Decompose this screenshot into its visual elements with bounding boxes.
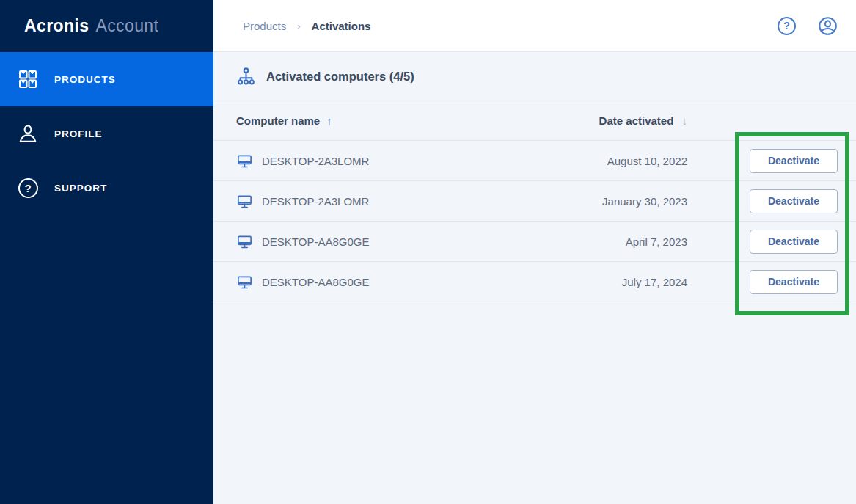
monitor-icon xyxy=(236,193,253,210)
page-title: Activated computers (4/5) xyxy=(266,70,414,84)
breadcrumb-products-link[interactable]: Products xyxy=(243,20,286,32)
deactivate-button[interactable]: Deactivate xyxy=(750,149,838,173)
action-cell: Deactivate xyxy=(687,230,856,254)
computers-tree-icon xyxy=(236,67,256,87)
action-cell: Deactivate xyxy=(687,270,856,294)
column-label: Date activated xyxy=(599,114,674,127)
breadcrumb-current-page: Activations xyxy=(312,20,371,32)
monitor-icon xyxy=(236,233,253,250)
sidebar: Acronis Account PRODUCTS PROFILE xyxy=(0,0,213,504)
breadcrumb: Products › Activations xyxy=(243,20,778,32)
date-activated-cell: July 17, 2024 xyxy=(541,276,687,288)
sidebar-item-support[interactable]: ? SUPPORT xyxy=(0,161,213,215)
computer-name: DESKTOP-2A3LOMR xyxy=(262,155,369,167)
section-header: Activated computers (4/5) xyxy=(213,52,856,101)
deactivate-button[interactable]: Deactivate xyxy=(750,189,838,213)
sidebar-item-profile[interactable]: PROFILE xyxy=(0,106,213,161)
sidebar-item-products[interactable]: PRODUCTS xyxy=(0,52,213,106)
computer-name-cell: DESKTOP-AA8G0GE xyxy=(213,233,541,250)
computer-name: DESKTOP-AA8G0GE xyxy=(262,276,369,288)
computer-name-cell: DESKTOP-AA8G0GE xyxy=(213,274,541,291)
sort-ascending-icon[interactable]: ↑ xyxy=(326,114,332,127)
action-cell: Deactivate xyxy=(687,189,856,213)
sidebar-item-label: SUPPORT xyxy=(54,183,107,194)
question-glyph: ? xyxy=(783,20,790,32)
chevron-right-icon: › xyxy=(297,21,300,32)
column-header-date-activated[interactable]: Date activated ↓ xyxy=(541,114,687,127)
app-logo: Acronis Account xyxy=(0,0,213,52)
account-icon[interactable] xyxy=(818,16,838,36)
table-row: DESKTOP-2A3LOMR August 10, 2022 Deactiva… xyxy=(213,141,856,181)
sidebar-item-label: PROFILE xyxy=(54,128,103,139)
monitor-icon xyxy=(236,274,253,291)
main-content: Products › Activations ? xyxy=(213,0,856,504)
monitor-icon xyxy=(236,153,253,169)
computer-name-cell: DESKTOP-2A3LOMR xyxy=(213,193,541,210)
topbar-icons: ? xyxy=(778,16,838,36)
table-row: DESKTOP-AA8G0GE April 7, 2023 Deactivate xyxy=(213,222,856,262)
deactivate-button[interactable]: Deactivate xyxy=(750,230,838,254)
table-header-row: Computer name ↑ Date activated ↓ xyxy=(213,101,856,141)
help-icon[interactable]: ? xyxy=(778,17,796,35)
sort-descending-icon[interactable]: ↓ xyxy=(682,114,688,127)
table-row: DESKTOP-AA8G0GE July 17, 2024 Deactivate xyxy=(213,262,856,302)
date-activated-cell: April 7, 2023 xyxy=(541,235,687,248)
brand-secondary: Account xyxy=(95,16,158,36)
sidebar-item-label: PRODUCTS xyxy=(54,74,116,85)
brand-primary: Acronis xyxy=(24,16,89,36)
support-question-icon: ? xyxy=(17,177,39,199)
computer-name-cell: DESKTOP-2A3LOMR xyxy=(213,153,541,169)
topbar: Products › Activations ? xyxy=(213,0,856,52)
column-header-computer-name[interactable]: Computer name ↑ xyxy=(213,114,541,127)
date-activated-cell: January 30, 2023 xyxy=(541,195,687,208)
computer-name: DESKTOP-2A3LOMR xyxy=(262,195,369,208)
column-label: Computer name xyxy=(236,114,320,127)
computer-name: DESKTOP-AA8G0GE xyxy=(262,235,369,248)
deactivate-button[interactable]: Deactivate xyxy=(750,270,838,294)
action-cell: Deactivate xyxy=(687,149,856,173)
question-glyph: ? xyxy=(24,182,31,194)
table-row: DESKTOP-2A3LOMR January 30, 2023 Deactiv… xyxy=(213,181,856,222)
products-grid-icon xyxy=(17,68,39,90)
date-activated-cell: August 10, 2022 xyxy=(541,155,687,167)
profile-person-icon xyxy=(17,123,39,145)
